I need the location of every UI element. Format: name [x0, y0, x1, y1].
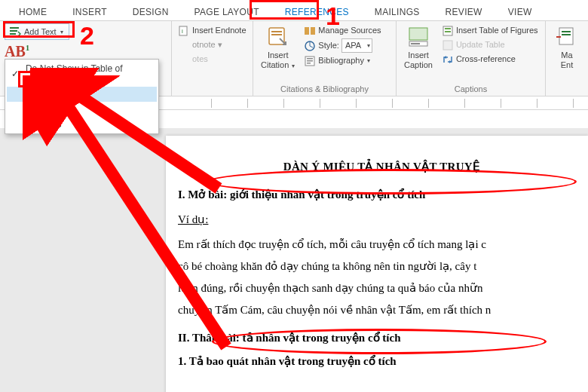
svg-rect-24 [562, 34, 571, 35]
svg-rect-19 [445, 28, 451, 29]
chevron-down-icon: ▾ [367, 54, 370, 67]
insert-citation-label: InsertCitation ▾ [261, 51, 295, 71]
add-text-icon [9, 26, 21, 38]
group-citations: InsertCitation ▾ Manage Sources Style: A… [253, 21, 397, 96]
group-captions: InsertCaption Insert Table of Figures Up… [397, 21, 546, 96]
insert-endnote-button[interactable]: i Insert Endnote [176, 23, 248, 38]
chevron-down-icon: ▾ [60, 29, 63, 35]
bibliography-label: Bibliography [318, 54, 364, 67]
menu-do-not-show-label: Do Not Show in Table of Contents [26, 63, 152, 84]
document-area: DÀN Ý MIÊU TẢ NHÂN VẬT TRUYỆ I. Mở bài: … [0, 128, 588, 392]
menu-level-3-label: Level 3 [26, 119, 62, 130]
manage-sources-icon [304, 25, 316, 37]
svg-rect-1 [10, 30, 17, 32]
svg-text:i: i [182, 28, 183, 35]
svg-rect-14 [307, 63, 311, 64]
update-table-label: Update Table [456, 38, 505, 51]
body-text: chuyện Tấm Cám, câu chuyện nói về nhân v… [178, 300, 585, 320]
body-text: luôn đúng, rồi chuyện thạch sanh dạy chú… [178, 278, 585, 299]
style-value[interactable]: APA▾ [341, 38, 372, 53]
svg-rect-20 [445, 31, 451, 32]
svg-rect-12 [307, 58, 313, 60]
svg-rect-2 [10, 33, 16, 35]
insert-caption-label: InsertCaption [404, 51, 433, 70]
menu-level-2[interactable]: Level 2 [7, 102, 157, 117]
next-footnote-label: otnote ▾ [192, 38, 222, 51]
endnote-icon: i [178, 25, 190, 37]
tab-design[interactable]: DESIGN [120, 0, 182, 20]
mark-entry-icon [555, 25, 579, 49]
svg-rect-23 [562, 31, 571, 32]
add-text-label: Add Text [24, 27, 57, 36]
bibliography-button[interactable]: Bibliography ▾ [302, 54, 382, 68]
group-footnotes-title [176, 84, 248, 96]
mark-entry-button[interactable]: MaEnt [550, 23, 583, 72]
example-label: Ví dụ: [178, 210, 585, 230]
footnote-ab-icon: AB1 [5, 43, 29, 60]
insert-citation-button[interactable]: InsertCitation ▾ [258, 23, 298, 72]
group-citations-title: Citations & Bibliography [258, 84, 391, 96]
svg-rect-13 [307, 60, 313, 62]
body-text: cô bé choàng khăn đỏ dạy chúng ta không … [178, 256, 585, 277]
svg-rect-17 [411, 43, 420, 44]
caption-icon [406, 25, 430, 49]
svg-rect-3 [179, 26, 187, 35]
group-index: MaEnt [546, 21, 588, 96]
insert-endnote-label: Insert Endnote [192, 24, 247, 37]
svg-rect-7 [271, 34, 282, 35]
tab-insert[interactable]: INSERT [60, 0, 120, 20]
bibliography-icon [304, 55, 316, 67]
group-captions-title: Captions [401, 84, 541, 96]
add-text-dropdown: ✓ Do Not Show in Table of Contents Level… [5, 59, 159, 134]
show-notes-label: otes [192, 53, 208, 66]
body-text: Em rất thích đọc truyện cổ tích, mỗi câu… [178, 234, 585, 255]
svg-rect-21 [443, 41, 452, 50]
citation-style-select[interactable]: Style: APA▾ [302, 38, 382, 54]
svg-rect-15 [409, 28, 427, 40]
add-text-button[interactable]: Add Text ▾ [5, 23, 69, 40]
show-notes-button: otes [176, 52, 248, 66]
svg-rect-22 [559, 28, 573, 44]
manage-sources-button[interactable]: Manage Sources [302, 23, 382, 38]
menu-level-2-label: Level 2 [26, 104, 62, 115]
tab-mailings[interactable]: MAILINGS [362, 0, 433, 20]
update-icon [442, 39, 454, 51]
insert-caption-button[interactable]: InsertCaption [401, 23, 436, 72]
ribbon: Add Text ▾ AB1 ✓ Do Not Show in Table of… [0, 21, 588, 96]
group-toc: Add Text ▾ AB1 ✓ Do Not Show in Table of… [0, 21, 172, 96]
next-footnote-button[interactable]: otnote ▾ [176, 38, 248, 52]
insert-table-figures-label: Insert Table of Figures [456, 24, 538, 37]
style-icon [304, 40, 316, 52]
citation-icon [266, 25, 290, 49]
mark-entry-label: MaEnt [561, 51, 574, 70]
tab-home[interactable]: HOME [6, 0, 60, 20]
cross-reference-button[interactable]: Cross-reference [440, 52, 540, 66]
tab-view[interactable]: VIEW [495, 0, 545, 20]
menu-do-not-show[interactable]: ✓ Do Not Show in Table of Contents [7, 61, 157, 87]
menu-level-3[interactable]: Level 3 [7, 117, 157, 132]
svg-rect-5 [269, 28, 284, 44]
insert-table-figures-button[interactable]: Insert Table of Figures [440, 23, 540, 38]
check-icon: ✓ [10, 69, 21, 79]
subheading: 1. Tả bao quát nhân vật trong truyện cổ … [178, 351, 585, 372]
doc-title: DÀN Ý MIÊU TẢ NHÂN VẬT TRUYỆ [178, 157, 585, 177]
menu-level-1-label: Level 1 [26, 89, 62, 100]
menu-level-1[interactable]: Level 1 [7, 87, 157, 102]
style-label: Style: [318, 39, 339, 52]
svg-rect-8 [305, 27, 309, 35]
tab-review[interactable]: REVIEW [433, 0, 495, 20]
group-footnotes: i Insert Endnote otnote ▾ otes [172, 21, 253, 96]
cross-reference-label: Cross-reference [456, 53, 516, 66]
heading-2: II. Thân bài: tả nhân vật trong truyện c… [178, 328, 585, 348]
update-table-button: Update Table [440, 38, 540, 52]
tab-page-layout[interactable]: PAGE LAYOUT [182, 0, 272, 20]
heading-1: I. Mở bài: giới thiệu nhân vật trong tru… [178, 185, 585, 205]
table-figures-icon [442, 25, 454, 37]
manage-sources-label: Manage Sources [318, 24, 381, 37]
page[interactable]: DÀN Ý MIÊU TẢ NHÂN VẬT TRUYỆ I. Mở bài: … [166, 136, 588, 392]
tab-references[interactable]: REFERENCES [272, 0, 362, 20]
svg-rect-9 [311, 27, 315, 35]
cross-ref-icon [442, 54, 454, 66]
ribbon-tabs: HOME INSERT DESIGN PAGE LAYOUT REFERENCE… [0, 0, 588, 21]
svg-rect-6 [271, 31, 282, 32]
